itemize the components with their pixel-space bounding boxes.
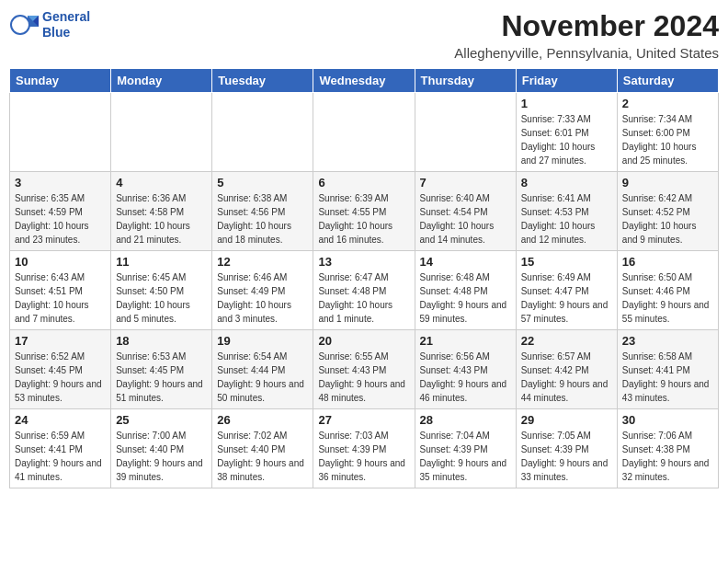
day-detail: Sunrise: 7:04 AM Sunset: 4:39 PM Dayligh…	[420, 429, 511, 484]
header-cell-thursday: Thursday	[415, 69, 516, 93]
calendar-cell: 18Sunrise: 6:53 AM Sunset: 4:45 PM Dayli…	[111, 330, 212, 409]
logo: General Blue	[9, 9, 90, 40]
svg-point-4	[11, 16, 29, 34]
location-title: Alleghenyville, Pennsylvania, United Sta…	[454, 45, 719, 61]
day-detail: Sunrise: 6:36 AM Sunset: 4:58 PM Dayligh…	[116, 191, 207, 247]
logo-text: General Blue	[42, 9, 90, 40]
day-detail: Sunrise: 7:05 AM Sunset: 4:39 PM Dayligh…	[521, 429, 612, 484]
day-number: 18	[116, 334, 207, 348]
day-number: 29	[521, 413, 612, 427]
day-detail: Sunrise: 6:56 AM Sunset: 4:43 PM Dayligh…	[420, 350, 511, 405]
calendar-cell	[313, 93, 415, 172]
day-detail: Sunrise: 6:55 AM Sunset: 4:43 PM Dayligh…	[318, 350, 409, 405]
calendar-cell: 12Sunrise: 6:46 AM Sunset: 4:49 PM Dayli…	[212, 251, 313, 330]
day-number: 13	[318, 255, 409, 269]
calendar-week-2: 3Sunrise: 6:35 AM Sunset: 4:59 PM Daylig…	[10, 172, 719, 251]
day-number: 23	[622, 334, 713, 348]
calendar-cell: 2Sunrise: 7:34 AM Sunset: 6:00 PM Daylig…	[617, 93, 718, 172]
calendar-cell: 26Sunrise: 7:02 AM Sunset: 4:40 PM Dayli…	[212, 409, 313, 488]
day-detail: Sunrise: 6:50 AM Sunset: 4:46 PM Dayligh…	[622, 270, 713, 326]
calendar-cell: 23Sunrise: 6:58 AM Sunset: 4:41 PM Dayli…	[617, 330, 718, 409]
day-detail: Sunrise: 7:00 AM Sunset: 4:40 PM Dayligh…	[116, 429, 207, 484]
day-detail: Sunrise: 6:52 AM Sunset: 4:45 PM Dayligh…	[15, 350, 106, 405]
calendar-cell: 10Sunrise: 6:43 AM Sunset: 4:51 PM Dayli…	[10, 251, 111, 330]
day-number: 10	[15, 255, 106, 269]
calendar-cell: 3Sunrise: 6:35 AM Sunset: 4:59 PM Daylig…	[10, 172, 111, 251]
day-detail: Sunrise: 6:47 AM Sunset: 4:48 PM Dayligh…	[318, 270, 409, 326]
day-number: 30	[622, 413, 713, 427]
day-detail: Sunrise: 6:39 AM Sunset: 4:55 PM Dayligh…	[318, 191, 409, 247]
calendar-week-1: 1Sunrise: 7:33 AM Sunset: 6:01 PM Daylig…	[10, 93, 719, 172]
day-detail: Sunrise: 6:54 AM Sunset: 4:44 PM Dayligh…	[217, 350, 308, 405]
day-number: 2	[622, 97, 713, 110]
calendar-cell: 28Sunrise: 7:04 AM Sunset: 4:39 PM Dayli…	[415, 409, 516, 488]
day-number: 1	[521, 97, 612, 110]
day-number: 15	[521, 255, 612, 269]
day-detail: Sunrise: 7:34 AM Sunset: 6:00 PM Dayligh…	[622, 112, 713, 167]
calendar-cell: 16Sunrise: 6:50 AM Sunset: 4:46 PM Dayli…	[617, 251, 718, 330]
day-detail: Sunrise: 7:03 AM Sunset: 4:39 PM Dayligh…	[318, 429, 409, 484]
day-number: 25	[116, 413, 207, 427]
calendar-week-5: 24Sunrise: 6:59 AM Sunset: 4:41 PM Dayli…	[10, 409, 719, 488]
logo-icon	[9, 12, 39, 38]
calendar-cell: 25Sunrise: 7:00 AM Sunset: 4:40 PM Dayli…	[111, 409, 212, 488]
day-number: 21	[420, 334, 511, 348]
calendar-header-row: SundayMondayTuesdayWednesdayThursdayFrid…	[10, 69, 719, 93]
header-cell-friday: Friday	[516, 69, 617, 93]
calendar-cell	[10, 93, 111, 172]
calendar-cell: 19Sunrise: 6:54 AM Sunset: 4:44 PM Dayli…	[212, 330, 313, 409]
day-number: 14	[420, 255, 511, 269]
day-detail: Sunrise: 6:38 AM Sunset: 4:56 PM Dayligh…	[217, 191, 308, 247]
calendar-table: SundayMondayTuesdayWednesdayThursdayFrid…	[9, 68, 719, 488]
day-detail: Sunrise: 6:48 AM Sunset: 4:48 PM Dayligh…	[420, 270, 511, 326]
day-number: 7	[420, 176, 511, 190]
calendar-cell: 21Sunrise: 6:56 AM Sunset: 4:43 PM Dayli…	[415, 330, 516, 409]
day-detail: Sunrise: 6:41 AM Sunset: 4:53 PM Dayligh…	[521, 191, 612, 247]
calendar-cell: 20Sunrise: 6:55 AM Sunset: 4:43 PM Dayli…	[313, 330, 415, 409]
calendar-cell	[111, 93, 212, 172]
header-cell-saturday: Saturday	[617, 69, 718, 93]
calendar-cell: 30Sunrise: 7:06 AM Sunset: 4:38 PM Dayli…	[617, 409, 718, 488]
calendar-cell: 6Sunrise: 6:39 AM Sunset: 4:55 PM Daylig…	[313, 172, 415, 251]
day-detail: Sunrise: 6:35 AM Sunset: 4:59 PM Dayligh…	[15, 191, 106, 247]
header-cell-tuesday: Tuesday	[212, 69, 313, 93]
calendar-cell: 4Sunrise: 6:36 AM Sunset: 4:58 PM Daylig…	[111, 172, 212, 251]
day-number: 9	[622, 176, 713, 190]
day-number: 8	[521, 176, 612, 190]
calendar-week-4: 17Sunrise: 6:52 AM Sunset: 4:45 PM Dayli…	[10, 330, 719, 409]
day-detail: Sunrise: 6:40 AM Sunset: 4:54 PM Dayligh…	[420, 191, 511, 247]
calendar-body: 1Sunrise: 7:33 AM Sunset: 6:01 PM Daylig…	[10, 93, 719, 488]
day-number: 22	[521, 334, 612, 348]
page-header: General Blue November 2024 Alleghenyvill…	[9, 9, 719, 61]
day-detail: Sunrise: 6:53 AM Sunset: 4:45 PM Dayligh…	[116, 350, 207, 405]
day-number: 12	[217, 255, 308, 269]
day-detail: Sunrise: 6:42 AM Sunset: 4:52 PM Dayligh…	[622, 191, 713, 247]
day-detail: Sunrise: 6:46 AM Sunset: 4:49 PM Dayligh…	[217, 270, 308, 326]
day-number: 26	[217, 413, 308, 427]
day-number: 19	[217, 334, 308, 348]
day-detail: Sunrise: 6:45 AM Sunset: 4:50 PM Dayligh…	[116, 270, 207, 326]
calendar-cell	[415, 93, 516, 172]
title-area: November 2024 Alleghenyville, Pennsylvan…	[454, 9, 719, 61]
day-number: 5	[217, 176, 308, 190]
calendar-week-3: 10Sunrise: 6:43 AM Sunset: 4:51 PM Dayli…	[10, 251, 719, 330]
day-detail: Sunrise: 6:59 AM Sunset: 4:41 PM Dayligh…	[15, 429, 106, 484]
day-detail: Sunrise: 7:33 AM Sunset: 6:01 PM Dayligh…	[521, 112, 612, 167]
day-detail: Sunrise: 7:06 AM Sunset: 4:38 PM Dayligh…	[622, 429, 713, 484]
calendar-cell: 7Sunrise: 6:40 AM Sunset: 4:54 PM Daylig…	[415, 172, 516, 251]
day-detail: Sunrise: 6:57 AM Sunset: 4:42 PM Dayligh…	[521, 350, 612, 405]
calendar-cell	[212, 93, 313, 172]
day-detail: Sunrise: 6:58 AM Sunset: 4:41 PM Dayligh…	[622, 350, 713, 405]
calendar-cell: 17Sunrise: 6:52 AM Sunset: 4:45 PM Dayli…	[10, 330, 111, 409]
header-cell-monday: Monday	[111, 69, 212, 93]
day-number: 3	[15, 176, 106, 190]
calendar-cell: 15Sunrise: 6:49 AM Sunset: 4:47 PM Dayli…	[516, 251, 617, 330]
day-number: 24	[15, 413, 106, 427]
calendar-cell: 8Sunrise: 6:41 AM Sunset: 4:53 PM Daylig…	[516, 172, 617, 251]
day-detail: Sunrise: 6:43 AM Sunset: 4:51 PM Dayligh…	[15, 270, 106, 326]
calendar-cell: 24Sunrise: 6:59 AM Sunset: 4:41 PM Dayli…	[10, 409, 111, 488]
day-number: 16	[622, 255, 713, 269]
calendar-cell: 22Sunrise: 6:57 AM Sunset: 4:42 PM Dayli…	[516, 330, 617, 409]
calendar-cell: 5Sunrise: 6:38 AM Sunset: 4:56 PM Daylig…	[212, 172, 313, 251]
calendar-cell: 1Sunrise: 7:33 AM Sunset: 6:01 PM Daylig…	[516, 93, 617, 172]
